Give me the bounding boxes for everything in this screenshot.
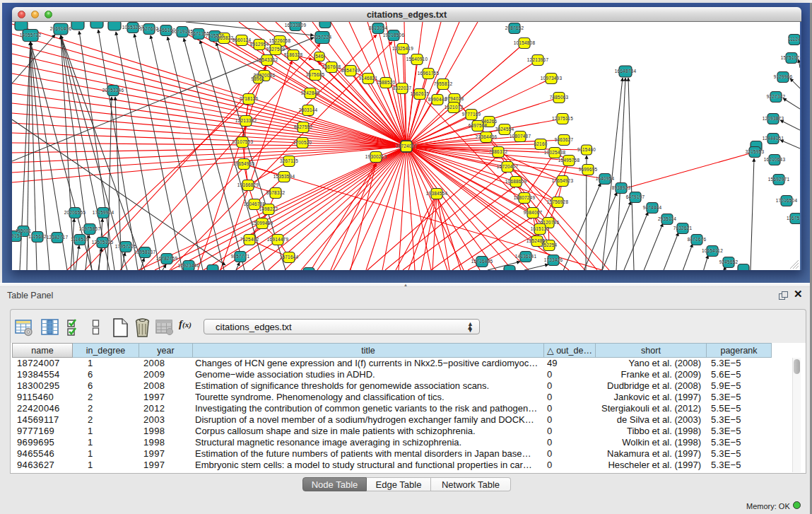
svg-text:19300213: 19300213 — [365, 154, 387, 159]
svg-text:15751074: 15751074 — [781, 55, 800, 60]
svg-text:20691406: 20691406 — [50, 26, 72, 31]
svg-text:9129966: 9129966 — [774, 74, 793, 79]
svg-text:1621072: 1621072 — [445, 105, 464, 110]
svg-text:15720407: 15720407 — [497, 164, 519, 169]
svg-text:15495758: 15495758 — [558, 158, 580, 163]
svg-text:1615132: 1615132 — [531, 226, 550, 231]
svg-text:20053346: 20053346 — [102, 88, 124, 93]
svg-text:8912954: 8912954 — [250, 42, 269, 47]
svg-text:7632621: 7632621 — [673, 226, 693, 230]
svg-text:7663822: 7663822 — [215, 35, 234, 40]
svg-text:9474444: 9474444 — [643, 205, 662, 210]
svg-text:15353594: 15353594 — [273, 174, 295, 179]
svg-text:19218506: 19218506 — [383, 33, 405, 37]
svg-text:11325419: 11325419 — [392, 46, 413, 51]
svg-text:435001: 435001 — [16, 228, 32, 233]
svg-text:10154808: 10154808 — [514, 40, 536, 45]
svg-text:15226058: 15226058 — [269, 38, 291, 43]
svg-text:62160: 62160 — [534, 141, 547, 146]
svg-text:18807249: 18807249 — [514, 195, 536, 200]
svg-text:7357224: 7357224 — [313, 35, 332, 40]
svg-text:2803144: 2803144 — [299, 107, 318, 112]
svg-text:7485063: 7485063 — [550, 95, 569, 100]
svg-text:10958137: 10958137 — [134, 250, 156, 255]
svg-text:6479197: 6479197 — [626, 194, 645, 199]
svg-text:10973493: 10973493 — [541, 76, 563, 81]
svg-text:20206555: 20206555 — [64, 210, 86, 215]
svg-text:16210643: 16210643 — [764, 157, 786, 162]
svg-text:9777169: 9777169 — [462, 112, 481, 117]
svg-text:14136141: 14136141 — [515, 254, 537, 259]
svg-text:16782759: 16782759 — [156, 256, 178, 261]
svg-text:10654112: 10654112 — [702, 248, 723, 253]
svg-text:9857771: 9857771 — [231, 254, 250, 259]
svg-text:12505135: 12505135 — [92, 240, 114, 245]
svg-text:7955812: 7955812 — [434, 81, 453, 86]
svg-text:10688609: 10688609 — [505, 179, 527, 184]
svg-text:19654985: 19654985 — [233, 161, 255, 166]
svg-text:3215953: 3215953 — [746, 149, 765, 154]
svg-text:10107553: 10107553 — [232, 139, 254, 144]
svg-text:1498222: 1498222 — [259, 206, 278, 211]
svg-text:19384554: 19384554 — [426, 191, 448, 196]
svg-text:1640954: 1640954 — [596, 176, 615, 181]
svg-text:16120746: 16120746 — [538, 220, 560, 225]
svg-text:3267115: 3267115 — [280, 158, 298, 163]
svg-text:9463627: 9463627 — [555, 137, 574, 142]
svg-text:12444151: 12444151 — [763, 136, 784, 141]
svg-text:12923446: 12923446 — [178, 263, 200, 268]
svg-text:1733426: 1733426 — [544, 257, 563, 262]
svg-text:8186328: 8186328 — [284, 52, 303, 57]
svg-text:1114519: 1114519 — [71, 237, 89, 242]
svg-text:2087652: 2087652 — [505, 25, 524, 30]
svg-text:1167533: 1167533 — [787, 216, 800, 221]
svg-text:9245652: 9245652 — [719, 259, 739, 264]
svg-text:2718126: 2718126 — [240, 96, 259, 101]
svg-text:6497568: 6497568 — [469, 123, 488, 128]
svg-text:18724007: 18724007 — [396, 144, 418, 148]
svg-text:10025438: 10025438 — [544, 150, 566, 155]
svg-text:15099489: 15099489 — [252, 221, 273, 226]
svg-text:3624554: 3624554 — [495, 127, 514, 132]
svg-text:1588520: 1588520 — [377, 80, 396, 85]
svg-text:8990448: 8990448 — [428, 97, 447, 102]
svg-text:19166829: 19166829 — [237, 182, 259, 187]
svg-text:17957225: 17957225 — [115, 244, 137, 249]
svg-text:7625402: 7625402 — [240, 237, 259, 242]
svg-text:10975857: 10975857 — [79, 226, 101, 231]
svg-text:9146821: 9146821 — [359, 76, 378, 81]
svg-text:2367608: 2367608 — [322, 64, 341, 69]
svg-text:8678332: 8678332 — [266, 190, 286, 195]
svg-text:12375115: 12375115 — [552, 116, 573, 121]
svg-text:546: 546 — [315, 54, 324, 59]
svg-text:16543362: 16543362 — [257, 57, 278, 62]
svg-text:15756928: 15756928 — [547, 199, 569, 204]
svg-text:2935114: 2935114 — [658, 216, 676, 221]
svg-text:9115460: 9115460 — [577, 147, 596, 152]
svg-text:1571644: 1571644 — [280, 255, 299, 259]
svg-text:8454749: 8454749 — [341, 68, 360, 73]
svg-text:12342717: 12342717 — [47, 235, 69, 240]
svg-text:17159924: 17159924 — [93, 210, 114, 215]
svg-text:3675685: 3675685 — [306, 72, 325, 77]
svg-text:16046788: 16046788 — [244, 201, 266, 206]
svg-text:12213967: 12213967 — [527, 57, 549, 62]
svg-text:17654923: 17654923 — [552, 178, 574, 183]
svg-text:1527602: 1527602 — [140, 26, 159, 31]
svg-text:16914479: 16914479 — [267, 237, 289, 242]
svg-text:252254: 252254 — [541, 243, 558, 247]
svg-text:12093873: 12093873 — [763, 116, 784, 121]
svg-text:9084067: 9084067 — [524, 210, 543, 215]
svg-text:1562615: 1562615 — [411, 91, 430, 96]
svg-text:1115682: 1115682 — [28, 234, 47, 239]
svg-text:9327509: 9327509 — [266, 47, 286, 52]
svg-text:1700520: 1700520 — [293, 140, 312, 145]
svg-text:16961755: 16961755 — [418, 71, 440, 76]
svg-text:11124: 11124 — [788, 37, 800, 42]
svg-text:15640910: 15640910 — [406, 57, 428, 62]
svg-text:9699695: 9699695 — [579, 167, 598, 172]
svg-text:14055712: 14055712 — [20, 33, 42, 37]
svg-text:15716485: 15716485 — [471, 259, 493, 264]
svg-text:8813054: 8813054 — [369, 25, 388, 30]
svg-text:16033809: 16033809 — [285, 23, 307, 28]
